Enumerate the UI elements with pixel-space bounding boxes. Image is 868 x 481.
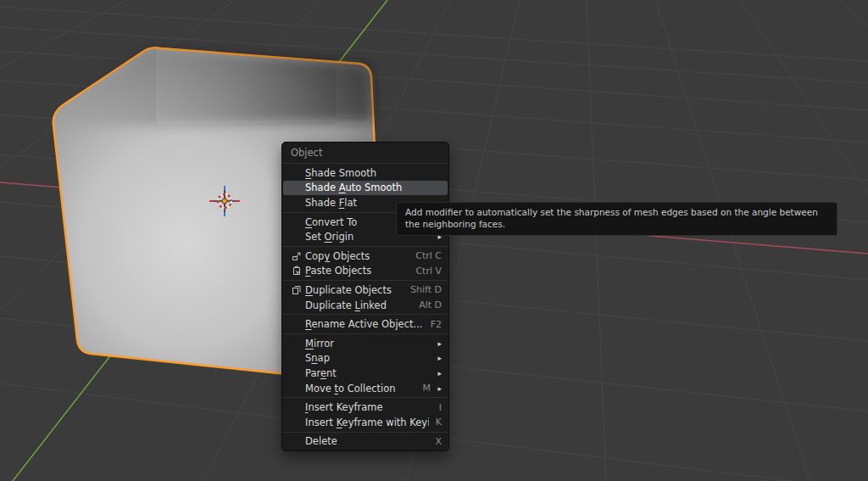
menu-item-snap[interactable]: Snap▸ — [283, 351, 448, 366]
menu-item-mirror[interactable]: Mirror▸ — [283, 336, 448, 351]
submenu-arrow-icon: ▸ — [435, 354, 442, 362]
menu-item-icon-empty — [288, 316, 305, 332]
menu-item-shade-smooth[interactable]: Shade Smooth — [283, 165, 448, 181]
menu-item-icon-empty — [288, 381, 305, 396]
submenu-arrow-icon: ▸ — [435, 339, 442, 348]
menu-item-label: Move to Collection — [305, 383, 416, 394]
menu-item-icon-empty — [288, 298, 305, 313]
object-origin-dot — [222, 199, 227, 204]
duplicate-icon — [288, 282, 305, 298]
menu-item-icon-empty — [288, 434, 305, 450]
menu-item-shortcut: Alt D — [419, 299, 442, 310]
menu-item-duplicate-linked[interactable]: Duplicate LinkedAlt D — [283, 298, 448, 313]
menu-item-shortcut: M — [423, 383, 431, 394]
menu-item-label: Rename Active Object... — [305, 318, 424, 330]
menu-item-label: Duplicate Linked — [305, 299, 412, 311]
object-context-menu: Object Shade SmoothShade Auto SmoothShad… — [281, 142, 449, 451]
menu-item-label: Delete — [305, 435, 428, 447]
menu-item-rename-active-object[interactable]: Rename Active Object...F2 — [283, 316, 448, 332]
menu-item-label: Snap — [305, 352, 431, 364]
menu-item-icon-empty — [288, 336, 305, 351]
menu-item-label: Parent — [305, 367, 431, 379]
menu-item-shortcut: K — [436, 417, 442, 428]
menu-item-shortcut: Ctrl C — [415, 250, 442, 261]
menu-item-icon-empty — [288, 181, 305, 196]
menu-item-icon-empty — [288, 366, 305, 381]
menu-item-icon-empty — [288, 165, 305, 181]
menu-item-label: Shade Smooth — [305, 167, 442, 179]
menu-separator — [282, 430, 448, 434]
menu-item-icon-empty — [288, 415, 305, 430]
menu-item-icon-empty — [288, 195, 305, 210]
menu-item-icon-empty — [288, 215, 305, 230]
paste-icon — [288, 264, 305, 279]
menu-item-shortcut: F2 — [431, 319, 442, 330]
menu-item-insert-keyframe-with-keying-set[interactable]: Insert Keyframe with Keying SetK — [283, 415, 448, 430]
menu-item-shortcut: I — [439, 402, 442, 413]
copy-icon — [288, 249, 305, 264]
menu-item-icon-empty — [288, 229, 305, 244]
menu-item-delete[interactable]: DeleteX — [283, 434, 448, 450]
menu-item-insert-keyframe[interactable]: Insert KeyframeI — [283, 400, 448, 415]
menu-item-paste-objects[interactable]: Paste ObjectsCtrl V — [283, 264, 448, 279]
menu-item-parent[interactable]: Parent▸ — [283, 366, 448, 381]
menu-item-shortcut: X — [435, 436, 442, 447]
menu-item-icon-empty — [288, 351, 305, 366]
submenu-arrow-icon: ▸ — [435, 369, 442, 378]
blender-window: Object Shade SmoothShade Auto SmoothShad… — [0, 0, 868, 481]
menu-item-label: Copy Objects — [305, 250, 409, 262]
shade-auto-smooth-tooltip: Add modifier to automatically set the sh… — [396, 202, 837, 236]
menu-item-icon-empty — [288, 400, 305, 415]
menu-item-copy-objects[interactable]: Copy ObjectsCtrl C — [283, 249, 448, 264]
menu-item-shortcut: Shift D — [410, 284, 442, 295]
menu-item-label: Paste Objects — [305, 265, 409, 277]
menu-item-label: Insert Keyframe with Keying Set — [305, 417, 429, 428]
menu-item-shade-auto-smooth[interactable]: Shade Auto Smooth — [283, 181, 448, 196]
menu-item-label: Insert Keyframe — [305, 401, 432, 413]
menu-item-duplicate-objects[interactable]: Duplicate ObjectsShift D — [283, 282, 448, 298]
context-menu-title: Object — [282, 144, 448, 161]
menu-item-label: Duplicate Objects — [305, 284, 403, 296]
submenu-arrow-icon: ▸ — [435, 384, 442, 393]
menu-item-shortcut: Ctrl V — [415, 266, 442, 277]
menu-item-move-to-collection[interactable]: Move to CollectionM▸ — [283, 381, 448, 396]
menu-item-label: Shade Auto Smooth — [305, 182, 442, 193]
menu-item-label: Mirror — [305, 338, 431, 350]
